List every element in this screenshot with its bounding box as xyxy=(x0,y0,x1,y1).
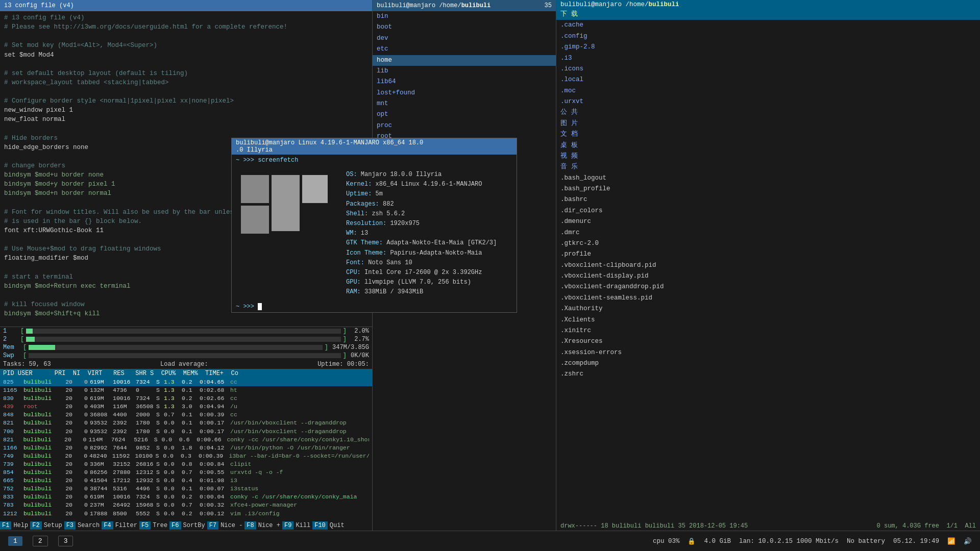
right-col-item[interactable]: .vboxclient-draganddrop.pid xyxy=(556,282,980,292)
right-col-item[interactable]: .dmenurc xyxy=(556,216,980,227)
htop-footer-f1[interactable]: F1Help xyxy=(0,521,30,530)
htop-row[interactable]: 833bulibuli200619M100167324S0.00.20:00.0… xyxy=(0,493,372,501)
htop-row[interactable]: 783bulibuli200237M2649215968S0.00.70:00.… xyxy=(0,501,372,509)
right-col-item[interactable]: .moc xyxy=(556,86,980,96)
right-col-item[interactable]: .bashrc xyxy=(556,194,980,205)
htop-row[interactable]: 749bulibuli200482401159210100S0.00.30:00… xyxy=(0,452,372,460)
right-col-item[interactable]: .vboxclient-clipboard.pid xyxy=(556,260,980,271)
file-item[interactable]: bin xyxy=(373,11,556,22)
right-col-item[interactable]: .local xyxy=(556,74,980,85)
right-col-item[interactable]: .vboxclient-seamless.pid xyxy=(556,293,980,304)
file-item[interactable]: mnt xyxy=(373,98,556,109)
svg-rect-0 xyxy=(241,175,269,203)
right-col-item[interactable]: 桌 板 xyxy=(556,140,980,151)
right-cols: 下 载 .cache .config .gimp-2.8 .i3 .icons … xyxy=(556,9,980,521)
screenfetch-subtitle: .0 Illyria xyxy=(236,146,273,154)
file-item[interactable]: etc xyxy=(373,44,556,55)
htop-row[interactable]: 739bulibuli200336M3215226816S0.00.80:00.… xyxy=(0,460,372,468)
right-col-item[interactable]: 视 频 xyxy=(556,151,980,162)
file-item[interactable]: lost+found xyxy=(373,88,556,98)
right-col-item[interactable]: .xinitrc xyxy=(556,325,980,336)
right-col-item[interactable]: .dir_colors xyxy=(556,206,980,216)
file-item[interactable]: boot xyxy=(373,22,556,33)
config-line: # i3 config file (v4) xyxy=(4,13,368,22)
right-col-item[interactable]: .xsession-errors xyxy=(556,347,980,358)
right-col-item[interactable]: 音 乐 xyxy=(556,162,980,172)
info-row: Icon Theme: Papirus-Adapta-Nokto-Maia xyxy=(346,248,497,258)
right-col-item[interactable]: .gtkrc-2.0 xyxy=(556,238,980,249)
right-col-item[interactable]: .profile xyxy=(556,249,980,260)
htop-footer-f10[interactable]: F10Quit xyxy=(312,521,346,530)
htop-row[interactable]: 821bulibuli2009353223921780S0.00.10:00.1… xyxy=(0,419,372,427)
htop-row[interactable]: 1165bulibuli200132M47360S1.30.10:02.68ht xyxy=(0,386,372,394)
htop-row[interactable]: 1166bulibuli2008299276449852S0.01.80:04.… xyxy=(0,444,372,452)
htop-footer-f5[interactable]: F5Tree xyxy=(139,521,169,530)
right-col-item[interactable]: 图 片 xyxy=(556,118,980,129)
config-line: new_window pixel 1 xyxy=(4,106,368,115)
right-col-item[interactable]: .i3 xyxy=(556,53,980,64)
file-item[interactable]: lib xyxy=(373,66,556,77)
htop-row[interactable]: 854bulibuli200862562788012312S0.00.70:00… xyxy=(0,468,372,477)
right-col-item[interactable]: 文 档 xyxy=(556,129,980,140)
config-line: new_float normal xyxy=(4,115,368,124)
htop-row[interactable]: 752bulibuli2003874453164496S0.00.10:00.0… xyxy=(0,485,372,493)
right-col-item[interactable]: .zcompdump xyxy=(556,358,980,369)
htop-footer-f9[interactable]: F9Kill xyxy=(282,521,312,530)
mem-status: 4.0 GiB xyxy=(704,538,731,545)
config-line xyxy=(4,87,368,96)
right-col-item[interactable]: .Xauthority xyxy=(556,304,980,314)
htop-row[interactable]: 439root200403M116M36508S1.33.00:04.94/u xyxy=(0,403,372,411)
screenfetch-logo xyxy=(236,170,338,297)
right-col-item[interactable]: .icons xyxy=(556,64,980,74)
info-row: RAM: 338MiB / 3943MiB xyxy=(346,287,497,297)
htop-row[interactable]: 665bulibuli200415041721212932S0.00.40:01… xyxy=(0,477,372,485)
screenfetch-prompt-line: ~ >>> screenfetch xyxy=(232,155,517,166)
cpu-status: cpu 03% xyxy=(653,538,680,545)
info-row: GPU: llvmpipe (LLVM 7.0, 256 bits) xyxy=(346,278,497,287)
file-item-home[interactable]: home xyxy=(373,55,556,66)
htop-row[interactable]: 700bulibuli2009353223921780S0.00.10:00.1… xyxy=(0,428,372,436)
right-col-item[interactable]: .Xresources xyxy=(556,336,980,347)
right-col-item[interactable]: .zshrc xyxy=(556,369,980,380)
right-col-item[interactable]: .config xyxy=(556,31,980,42)
file-item[interactable]: dev xyxy=(373,33,556,44)
right-col-item[interactable]: .urxvt xyxy=(556,96,980,107)
htop-footer: F1Help F2Setup F3Search F4Filter F5Tree … xyxy=(0,520,372,531)
right-col-item[interactable]: .cache xyxy=(556,20,980,31)
right-col-item[interactable]: .vboxclient-display.pid xyxy=(556,271,980,282)
info-row: Font: Noto Sans 10 xyxy=(346,258,497,268)
htop-row[interactable]: 1212bulibuli2001788885005552S0.00.20:00.… xyxy=(0,510,372,518)
htop-row[interactable]: 848bulibuli2003680844002000S0.70.10:00.3… xyxy=(0,411,372,419)
right-col-item[interactable]: .gimp-2.8 xyxy=(556,42,980,53)
right-col-item[interactable]: .dmrc xyxy=(556,228,980,238)
right-col-item[interactable]: .bash_profile xyxy=(556,184,980,194)
right-footer: drwx------ 18 bulibuli bulibuli 35 2018-… xyxy=(556,521,980,531)
htop-footer-f4[interactable]: F4Filter xyxy=(102,521,139,530)
workspace-3[interactable]: 3 xyxy=(58,536,74,546)
right-col-item[interactable]: .Xclients xyxy=(556,315,980,325)
htop-footer-f2[interactable]: F2Setup xyxy=(30,521,64,530)
htop-row[interactable]: 830bulibuli200619M100167324S1.30.20:02.6… xyxy=(0,394,372,403)
workspace-2[interactable]: 2 xyxy=(33,536,48,546)
htop-footer-f3[interactable]: F3Search xyxy=(64,521,102,530)
htop-row[interactable]: 825 bulibuli 200 619M 10016 7324 S 1.3 0… xyxy=(0,378,372,386)
swap-bar: Swp [ ] 0K/0K xyxy=(0,352,372,360)
workspace-1[interactable]: 1 xyxy=(8,536,22,546)
info-row: OS: Manjaro 18.0.0 Illyria xyxy=(346,170,497,180)
file-item[interactable]: opt xyxy=(373,109,556,120)
htop-row[interactable]: 821bulibuli200114M76245216S0.00.60:00.66… xyxy=(0,436,372,444)
file-item[interactable]: lib64 xyxy=(373,77,556,87)
file-item[interactable]: proc xyxy=(373,120,556,131)
config-line: # workspace_layout tabbed <stacking|tabb… xyxy=(4,78,368,87)
htop-footer-f7[interactable]: F7Nice - xyxy=(207,521,245,530)
mem-bar: Mem [ ] 347M/3.85G xyxy=(0,343,372,352)
svg-rect-3 xyxy=(302,175,328,203)
right-col-item[interactable]: .bash_logout xyxy=(556,173,980,184)
right-col-item[interactable]: 公 共 xyxy=(556,107,980,118)
htop-footer-f6[interactable]: F6SortBy xyxy=(169,521,207,530)
status-right: cpu 03% 🔒 4.0 GiB lan: 10.0.2.15 1000 Mb… xyxy=(653,537,972,545)
info-row: Kernel: x86_64 Linux 4.19.6-1-MANJARO xyxy=(346,180,497,189)
right-footer-info: drwx------ 18 bulibuli bulibuli 35 2018-… xyxy=(560,522,748,530)
right-col-item[interactable]: 下 载 xyxy=(556,9,980,20)
htop-footer-f8[interactable]: F8Nice + xyxy=(244,521,282,530)
